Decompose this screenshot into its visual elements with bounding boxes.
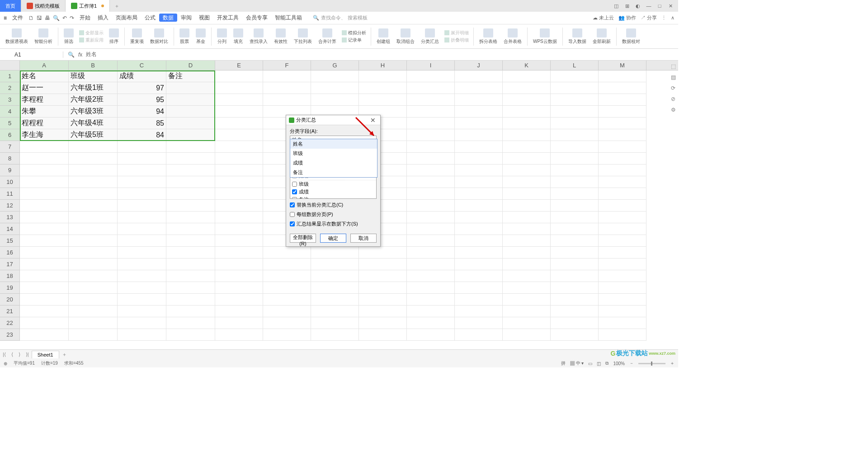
col-header[interactable]: K	[503, 61, 551, 70]
cell[interactable]	[118, 223, 166, 235]
row-header[interactable]: 3	[0, 94, 20, 106]
cell[interactable]	[551, 129, 599, 141]
cell[interactable]	[215, 247, 263, 258]
layout-icon[interactable]: ◫	[613, 3, 619, 9]
dialog-titlebar[interactable]: 分类汇总 ✕	[286, 115, 380, 125]
ribbon-fill[interactable]: 填充	[231, 28, 246, 46]
cell[interactable]	[503, 188, 551, 200]
ribbon-smart-analysis[interactable]: 智能分析	[32, 28, 55, 46]
sheet-nav-prev[interactable]: ⟨	[9, 352, 16, 357]
col-header[interactable]: A	[20, 61, 69, 70]
cell[interactable]	[455, 258, 503, 270]
cell[interactable]	[215, 176, 263, 188]
cell[interactable]	[166, 258, 215, 270]
status-mode-icon[interactable]: ⊕	[4, 361, 7, 366]
cell[interactable]	[407, 188, 455, 200]
cell[interactable]	[263, 258, 311, 270]
row-header[interactable]: 17	[0, 258, 20, 270]
cell[interactable]	[20, 164, 69, 176]
sheet-nav-first[interactable]: |⟨	[0, 352, 9, 357]
cell[interactable]	[118, 317, 166, 329]
col-header[interactable]: M	[599, 61, 646, 70]
cell[interactable]	[215, 153, 263, 164]
menu-tab-2[interactable]: 页面布局	[112, 14, 141, 22]
cell[interactable]	[599, 223, 646, 235]
menu-file[interactable]: 文件	[9, 13, 27, 23]
chk-below[interactable]: 汇总结果显示在数据下方(S)	[290, 221, 377, 227]
cell[interactable]	[503, 118, 551, 129]
cell[interactable]	[455, 153, 503, 164]
col-header[interactable]: L	[551, 61, 599, 70]
cell[interactable]	[215, 164, 263, 176]
cell[interactable]: 94	[118, 106, 166, 118]
cell[interactable]	[20, 282, 69, 294]
menu-tab-4[interactable]: 数据	[159, 14, 177, 22]
ribbon-dup[interactable]: 重复项	[127, 28, 146, 46]
cell[interactable]	[599, 294, 646, 306]
cell[interactable]	[359, 317, 407, 329]
cell[interactable]	[551, 188, 599, 200]
qa-save-icon[interactable]: 🖫	[37, 15, 42, 21]
menu-tab-3[interactable]: 公式	[141, 14, 159, 22]
ok-button[interactable]: 确定	[320, 234, 346, 243]
cell[interactable]	[263, 294, 311, 306]
cell[interactable]	[263, 270, 311, 282]
row-header[interactable]: 23	[0, 329, 20, 341]
cancel-button[interactable]: 取消	[350, 234, 377, 243]
ribbon-stock[interactable]: 股票	[177, 28, 192, 46]
cell[interactable]	[118, 200, 166, 212]
cloud-status[interactable]: ☁ 未上云	[593, 14, 614, 21]
cell[interactable]	[503, 235, 551, 247]
cell[interactable]	[166, 129, 215, 141]
menu-tab-7[interactable]: 开发工具	[213, 14, 242, 22]
cell[interactable]	[311, 258, 359, 270]
cell[interactable]	[359, 270, 407, 282]
cell[interactable]	[263, 329, 311, 341]
cell[interactable]	[166, 294, 215, 306]
cell[interactable]	[311, 270, 359, 282]
ribbon-splitcol[interactable]: 分列	[214, 28, 230, 46]
cell[interactable]	[215, 306, 263, 317]
share-button[interactable]: ↗ 分享	[641, 14, 657, 21]
user-icon[interactable]: ◐	[635, 3, 641, 9]
cell[interactable]	[503, 212, 551, 223]
cell[interactable]	[20, 306, 69, 317]
status-view1-icon[interactable]: ▦ 中 ▾	[570, 360, 584, 367]
cell[interactable]	[455, 141, 503, 153]
cell[interactable]	[311, 70, 359, 82]
cell[interactable]	[166, 141, 215, 153]
cell[interactable]	[503, 223, 551, 235]
cell[interactable]	[215, 212, 263, 223]
cell[interactable]	[359, 306, 407, 317]
col-header[interactable]: E	[215, 61, 263, 70]
cell[interactable]	[455, 212, 503, 223]
zoom-slider[interactable]	[638, 363, 665, 364]
menu-tab-8[interactable]: 会员专享	[242, 14, 271, 22]
cell[interactable]	[551, 200, 599, 212]
cell[interactable]	[599, 129, 646, 141]
cell[interactable]	[263, 247, 311, 258]
cell[interactable]	[69, 141, 118, 153]
cell[interactable]	[407, 258, 455, 270]
zoom-in-icon[interactable]: ＋	[670, 360, 675, 367]
row-header[interactable]: 4	[0, 106, 20, 118]
cell[interactable]	[311, 294, 359, 306]
list-item[interactable]: 成绩	[290, 188, 376, 196]
cell[interactable]	[215, 70, 263, 82]
cell[interactable]: 姓名	[20, 70, 69, 82]
ribbon-sort[interactable]: 排序	[106, 28, 122, 46]
cell[interactable]	[455, 247, 503, 258]
cell[interactable]	[551, 70, 599, 82]
cell[interactable]	[455, 106, 503, 118]
qa-redo-icon[interactable]: ↷	[70, 15, 74, 21]
cell[interactable]	[166, 200, 215, 212]
cell[interactable]	[503, 258, 551, 270]
cell[interactable]	[407, 212, 455, 223]
cell[interactable]	[263, 306, 311, 317]
col-header[interactable]: H	[359, 61, 407, 70]
ribbon-validate[interactable]: 有效性	[271, 28, 290, 46]
cell[interactable]	[20, 294, 69, 306]
cell[interactable]	[69, 153, 118, 164]
row-header[interactable]: 12	[0, 200, 20, 212]
cell[interactable]	[118, 164, 166, 176]
